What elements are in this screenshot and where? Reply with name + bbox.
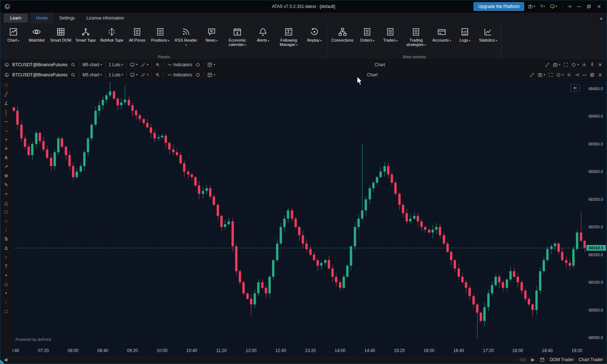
- small-dot-tool[interactable]: ◦: [1, 298, 11, 307]
- ribbon-item-trades[interactable]: Trades ▾: [379, 25, 402, 42]
- close-icon[interactable]: [595, 3, 603, 10]
- minimize-icon[interactable]: —: [576, 3, 583, 10]
- candlestick-canvas[interactable]: [12, 80, 586, 346]
- ribbon-item-positions[interactable]: Positions ▾: [149, 25, 172, 42]
- gear-icon[interactable]: [565, 72, 573, 78]
- pitchfork-tool[interactable]: ⋔: [1, 153, 11, 162]
- trend-tool[interactable]: ↗: [1, 162, 11, 171]
- search-icon[interactable]: [69, 62, 77, 68]
- dock-right-icon[interactable]: [573, 72, 581, 78]
- ribbon-item-logs[interactable]: Logs ▾: [453, 25, 476, 42]
- indicators-button[interactable]: Indicators: [166, 72, 193, 78]
- ribbon-item-orders[interactable]: Orders ▾: [356, 25, 379, 42]
- text-tool[interactable]: T: [1, 262, 11, 271]
- chart-template-button[interactable]: ▾: [129, 72, 139, 78]
- dotted-rect-tool[interactable]: ▫: [1, 253, 11, 262]
- symbol-label[interactable]: BTCUSDT@BinanceFutures: [12, 62, 68, 67]
- square-tool[interactable]: □: [1, 307, 11, 316]
- ribbon-item-alerts[interactable]: Alerts ▾: [251, 25, 275, 42]
- ribbon-item-smart-tape[interactable]: Smart Tape: [73, 25, 98, 42]
- ruler-tool[interactable]: ∆: [1, 244, 11, 253]
- autoscale-icon[interactable]: ▾: [555, 72, 565, 78]
- fullscreen-icon[interactable]: [547, 72, 554, 78]
- tab-settings[interactable]: Settings: [54, 13, 81, 24]
- callout-tool[interactable]: ▪: [1, 271, 11, 280]
- ribbon-item-connections[interactable]: Connections: [329, 25, 356, 42]
- chart-template-button[interactable]: ▾: [129, 62, 139, 68]
- ribbon-item-all-prices[interactable]: All Prices: [126, 25, 149, 42]
- timeframe-select[interactable]: M5 chart▾: [81, 72, 103, 78]
- layout-button[interactable]: ▾: [206, 62, 216, 68]
- fibo-tool[interactable]: ⋮: [1, 225, 11, 234]
- dot-tool[interactable]: •: [1, 289, 11, 298]
- autoscale-button[interactable]: [194, 62, 201, 68]
- close-icon[interactable]: [597, 72, 604, 78]
- jump-to-latest-button[interactable]: [570, 84, 580, 92]
- upgrade-platform-button[interactable]: Upgrade the Platform: [474, 2, 524, 11]
- ribbon-item-trading-strategies[interactable]: Trading strategies ▾: [402, 25, 430, 47]
- scroll-left-icon[interactable]: ◀: [4, 357, 7, 362]
- scroll-right-icon[interactable]: ▶: [531, 357, 534, 362]
- gear-icon[interactable]: [581, 62, 588, 68]
- ribbon-item-bid-ask-tape[interactable]: Bid/Ask Tape: [98, 25, 126, 42]
- chart-area[interactable]: [12, 80, 586, 346]
- camera-icon[interactable]: ▾: [536, 72, 546, 78]
- monitor-icon[interactable]: ▾: [548, 3, 559, 10]
- chart-trader-button[interactable]: Chart Trader: [579, 357, 603, 362]
- levels-tool[interactable]: ≡: [1, 144, 11, 153]
- diamond-tool[interactable]: ◇: [1, 280, 11, 289]
- dock-icon[interactable]: [565, 3, 573, 10]
- lots-select[interactable]: 1 Lots▾: [108, 62, 124, 68]
- fullscreen-icon[interactable]: [562, 62, 569, 68]
- close-icon[interactable]: [597, 62, 604, 68]
- restore-icon[interactable]: [589, 72, 596, 78]
- rectangle-tool[interactable]: □: [1, 207, 11, 216]
- tab-home[interactable]: Home: [30, 13, 54, 24]
- circle-marker-tool[interactable]: ⊕: [1, 171, 11, 180]
- symbol-label[interactable]: BTCUSDT@BinanceFutures: [12, 72, 68, 77]
- angle-tool[interactable]: ∠: [1, 99, 11, 108]
- ribbon-item-following-manager[interactable]: Following Manager ▾: [275, 25, 303, 47]
- minimize-icon[interactable]: —: [581, 72, 588, 78]
- wave-tool[interactable]: ≈: [1, 189, 11, 198]
- camera-icon[interactable]: ▾: [552, 62, 561, 68]
- price-axis[interactable]: 68450.068400.068350.068300.068250.068200…: [586, 80, 607, 346]
- resize-diagonal-icon[interactable]: [529, 72, 536, 78]
- scrollbar-thumb[interactable]: [519, 358, 526, 361]
- lots-select[interactable]: 1 Lots▾: [108, 72, 124, 78]
- camera-icon[interactable]: ▾: [526, 3, 536, 10]
- selection-tool[interactable]: ∷: [1, 81, 11, 90]
- horizontal-line-tool[interactable]: ─: [1, 117, 11, 126]
- ribbon-item-rss-reader[interactable]: RSS Reader ▾: [172, 25, 200, 47]
- drawing-tools-button[interactable]: ▾: [140, 72, 149, 78]
- layout-button[interactable]: ▾: [206, 72, 216, 78]
- resize-diagonal-icon[interactable]: [544, 62, 551, 68]
- dom-trader-button[interactable]: DOM Trader: [550, 357, 574, 362]
- ribbon-item-news[interactable]: News ▾: [200, 25, 223, 42]
- ribbon-item-smart-dom[interactable]: Smart DOM: [48, 25, 73, 42]
- line-tool[interactable]: ╱: [1, 90, 11, 99]
- resize-grip[interactable]: [0, 360, 4, 364]
- tab-license-information[interactable]: License information: [81, 13, 130, 24]
- cross-tool[interactable]: +: [1, 135, 11, 144]
- restore-icon[interactable]: [585, 3, 593, 10]
- arrow-tool[interactable]: →: [1, 126, 11, 135]
- ribbon-item-statistics[interactable]: Statistics ▾: [476, 25, 500, 42]
- autoscale-button[interactable]: [194, 72, 201, 78]
- vertical-line-tool[interactable]: │: [1, 108, 11, 117]
- range-tool[interactable]: ⇅: [1, 234, 11, 244]
- indicators-button[interactable]: Indicators: [166, 62, 193, 68]
- autoscale-icon[interactable]: ▾: [570, 62, 580, 68]
- drawing-tools-button[interactable]: ▾: [140, 62, 149, 68]
- tab-learn[interactable]: Learn: [4, 14, 27, 22]
- ribbon-item-replay[interactable]: Replay ▾: [303, 25, 326, 42]
- help-icon[interactable]: ?▾: [539, 3, 546, 10]
- search-icon[interactable]: [69, 72, 77, 78]
- time-axis[interactable]: 06:4007:2008:0008:4009:2010:0010:4011:20…: [12, 346, 607, 356]
- collapse-ribbon-icon[interactable]: ▴: [596, 13, 607, 24]
- timeframe-select[interactable]: M5 chart▾: [81, 62, 103, 68]
- pencil-tool[interactable]: ✎: [1, 180, 11, 189]
- triangle-tool[interactable]: △: [1, 198, 11, 207]
- zoom-in-button[interactable]: [154, 62, 161, 68]
- pin-icon[interactable]: [589, 62, 596, 68]
